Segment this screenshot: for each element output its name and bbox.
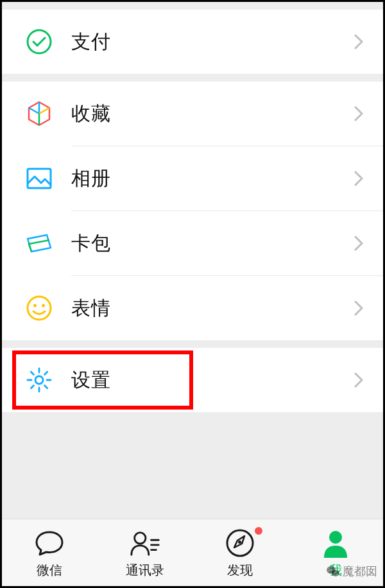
wechat-logo-icon [326,564,340,578]
menu-label: 收藏 [71,101,354,127]
chevron-right-icon [354,371,364,389]
chevron-right-icon [354,299,364,317]
chevron-right-icon [354,33,364,51]
chevron-right-icon [354,169,364,187]
menu-label: 卡包 [71,230,354,257]
menu-item-settings[interactable]: 设置 [2,348,383,412]
svg-point-2 [28,297,51,320]
discover-icon [224,527,256,559]
me-icon [320,527,352,559]
svg-point-6 [134,532,145,543]
tab-chat[interactable]: 微信 [2,519,98,586]
stickers-icon [25,294,53,322]
section-pay: 支付 [2,10,383,74]
me-page-content: 支付 收藏 [2,2,383,519]
tab-discover[interactable]: 发现 [193,519,288,586]
section-collection: 收藏 相册 [2,82,383,340]
menu-label: 支付 [71,29,354,55]
settings-icon [25,366,53,394]
menu-item-album[interactable]: 相册 [2,146,383,211]
chat-icon [33,527,65,559]
menu-item-stickers[interactable]: 表情 [2,276,383,340]
svg-point-12 [329,531,342,544]
menu-label: 相册 [71,166,354,192]
svg-point-14 [332,570,339,576]
svg-point-3 [33,304,37,307]
favorites-icon [25,99,53,128]
svg-point-5 [35,376,43,384]
cards-icon [25,229,53,257]
menu-label: 设置 [71,367,354,393]
section-settings: 设置 [2,348,383,412]
app-frame: 支付 收藏 [0,0,385,588]
watermark-text: 魔都囡 [343,564,377,579]
svg-point-0 [28,30,51,53]
watermark: 魔都囡 [326,564,377,579]
tab-contacts[interactable]: 通讯录 [98,519,193,586]
album-icon [25,164,53,193]
svg-point-11 [238,540,241,544]
contacts-icon [129,527,161,559]
chevron-right-icon [354,105,364,123]
tab-label: 通讯录 [126,562,164,579]
svg-point-4 [42,304,45,307]
tab-label: 发现 [227,562,253,579]
chevron-right-icon [354,234,364,252]
menu-item-cards[interactable]: 卡包 [2,211,383,275]
menu-item-pay[interactable]: 支付 [2,10,383,74]
pay-icon [25,28,53,56]
svg-rect-1 [28,169,51,188]
menu-label: 表情 [71,295,354,322]
menu-item-favorites[interactable]: 收藏 [2,82,383,146]
notification-badge [253,526,264,536]
tab-label: 微信 [37,562,62,579]
